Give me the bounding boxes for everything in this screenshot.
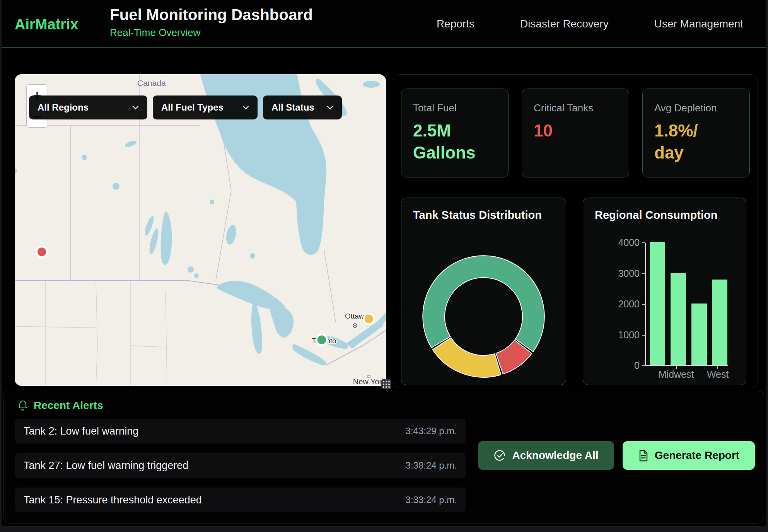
alerts-heading: Recent Alerts <box>17 399 103 412</box>
x-axis-tick-mark <box>676 366 677 369</box>
map-canvas: Canada Ottawa Toronto New York <box>15 74 386 386</box>
stats-row: Total Fuel 2.5M Gallons Critical Tanks 1… <box>401 89 750 177</box>
bar-chart <box>645 243 728 366</box>
y-axis-tick-mark <box>642 304 645 305</box>
chart-title: Regional Consumption <box>595 209 717 222</box>
chevron-down-icon <box>132 106 139 110</box>
region-filter-dropdown[interactable]: All Regions <box>29 95 147 119</box>
nav-reports[interactable]: Reports <box>437 18 474 30</box>
stat-value: 10 <box>534 119 617 142</box>
brand-logo[interactable]: AirMatrix <box>15 16 79 33</box>
y-axis-tick-label: 3000 <box>594 268 640 279</box>
small-lake <box>194 273 199 278</box>
stat-card-critical-tanks: Critical Tanks 10 <box>522 89 629 177</box>
chevron-down-icon <box>242 106 249 110</box>
stat-card-avg-depletion: Avg Depletion 1.8%/ day <box>642 89 750 177</box>
stat-label: Critical Tanks <box>534 102 617 114</box>
nav-disaster-recovery[interactable]: Disaster Recovery <box>520 18 609 30</box>
alert-message: Tank 15: Pressure threshold exceeded <box>24 494 202 506</box>
tank-marker-critical[interactable] <box>37 247 47 257</box>
alert-message: Tank 27: Low fuel warning triggered <box>24 460 188 472</box>
alert-list: Tank 2: Low fuel warning 3:43:29 p.m. Ta… <box>15 419 466 522</box>
alerts-heading-text: Recent Alerts <box>34 399 103 412</box>
tank-marker-warning[interactable] <box>364 314 374 324</box>
regional-consumption-chart-card: Regional Consumption 01000200030004000Mi… <box>583 198 746 385</box>
alert-row: Tank 15: Pressure threshold exceeded 3:3… <box>15 488 466 512</box>
label-canada: Canada <box>137 78 166 87</box>
map-panel[interactable]: Canada Ottawa Toronto New York + − All R… <box>15 74 386 386</box>
y-axis-tick-label: 1000 <box>594 329 640 341</box>
stat-value-line: 10 <box>534 119 617 142</box>
x-axis-tick-mark <box>717 366 718 369</box>
stat-label: Total Fuel <box>413 102 497 114</box>
y-axis-tick-mark <box>642 335 645 336</box>
bar-2 <box>691 304 707 365</box>
alert-timestamp: 3:43:29 p.m. <box>406 426 457 437</box>
status-filter-value: All Status <box>271 102 314 113</box>
y-axis-tick-mark <box>642 242 645 243</box>
stat-value-line: 2.5M <box>413 119 497 142</box>
alert-message: Tank 2: Low fuel warning <box>24 425 138 437</box>
bar-0 <box>650 242 665 365</box>
alert-row: Tank 27: Low fuel warning triggered 3:38… <box>15 453 466 478</box>
y-axis-tick-label: 4000 <box>594 237 640 248</box>
bar-1 <box>671 273 686 365</box>
recent-alerts-section: Recent Alerts Tank 2: Low fuel warning 3… <box>3 390 764 523</box>
y-axis-tick-label: 0 <box>594 360 640 371</box>
generate-report-button[interactable]: Generate Report <box>623 441 755 470</box>
tank-status-chart-card: Tank Status Distribution <box>401 198 566 385</box>
main-nav: Reports Disaster Recovery User Managemen… <box>437 0 743 48</box>
fuel-type-filter-value: All Fuel Types <box>161 102 224 113</box>
acknowledge-all-label: Acknowledge All <box>512 449 598 462</box>
stat-card-total-fuel: Total Fuel 2.5M Gallons <box>401 89 509 177</box>
small-lake-ne <box>363 81 380 88</box>
stat-value-line: 1.8%/ <box>654 119 738 142</box>
donut-segment-warning <box>433 338 501 377</box>
stat-value: 2.5M Gallons <box>413 119 497 164</box>
tank-marker-normal[interactable] <box>316 334 327 345</box>
donut-segment-normal <box>423 256 544 351</box>
y-axis-tick-mark <box>642 365 645 366</box>
document-icon <box>638 450 649 462</box>
alert-timestamp: 3:38:24 p.m. <box>406 460 457 471</box>
metrics-panel: Total Fuel 2.5M Gallons Critical Tanks 1… <box>393 74 758 388</box>
small-lake <box>188 266 194 273</box>
x-axis-tick-label: West <box>691 369 745 380</box>
small-lake <box>113 183 119 190</box>
region-filter-value: All Regions <box>38 102 89 113</box>
stat-value-line: day <box>654 142 738 164</box>
small-lake <box>82 155 87 160</box>
map-filter-bar: All Regions All Fuel Types All Status <box>29 95 342 119</box>
fuel-type-filter-dropdown[interactable]: All Fuel Types <box>153 95 258 119</box>
small-lake <box>210 200 214 204</box>
title-block: Fuel Monitoring Dashboard Real-Time Over… <box>110 6 313 39</box>
bar-3 <box>712 280 727 365</box>
chevron-down-icon <box>327 106 333 110</box>
map-resize-handle[interactable] <box>381 379 391 389</box>
nav-user-management[interactable]: User Management <box>654 18 743 30</box>
page-subtitle: Real-Time Overview <box>110 27 313 39</box>
stat-label: Avg Depletion <box>654 102 738 114</box>
alert-actions: Acknowledge All Generate Report <box>478 441 755 470</box>
y-axis-tick-label: 2000 <box>594 298 640 310</box>
stat-value: 1.8%/ day <box>654 119 738 164</box>
check-circle-icon <box>493 449 506 462</box>
generate-report-label: Generate Report <box>655 449 739 462</box>
alert-row: Tank 2: Low fuel warning 3:43:29 p.m. <box>15 419 466 443</box>
donut-chart <box>401 198 566 385</box>
app-shell: AirMatrix Fuel Monitoring Dashboard Real… <box>2 0 766 526</box>
stat-value-line: Gallons <box>413 142 497 164</box>
acknowledge-all-button[interactable]: Acknowledge All <box>478 441 614 470</box>
bell-icon <box>17 400 28 411</box>
header: AirMatrix Fuel Monitoring Dashboard Real… <box>2 0 766 48</box>
y-axis-tick-mark <box>642 273 645 274</box>
alert-timestamp: 3:33:24 p.m. <box>406 494 457 505</box>
status-filter-dropdown[interactable]: All Status <box>263 95 342 119</box>
page-title: Fuel Monitoring Dashboard <box>110 6 313 24</box>
small-lake <box>250 253 255 259</box>
